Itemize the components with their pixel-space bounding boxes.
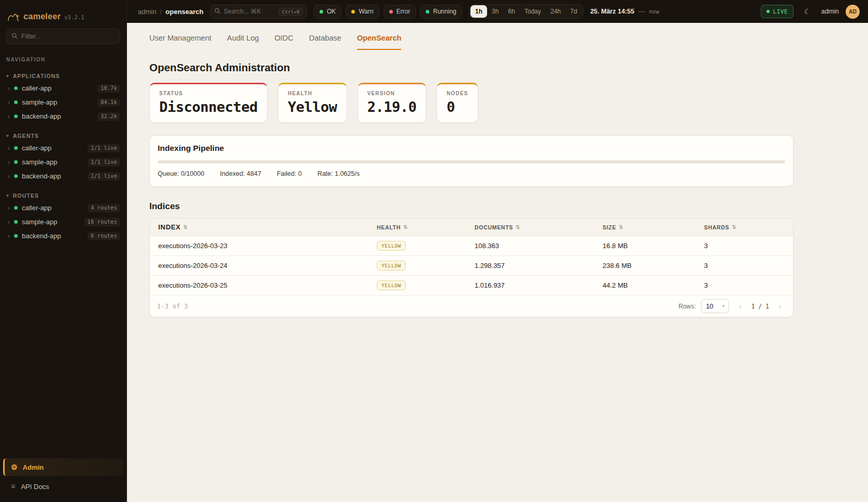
datetime-separator: — xyxy=(639,8,645,15)
sidebar-item-sample-app[interactable]: › sample-app 84.1k xyxy=(0,95,126,109)
indexing-pipeline-card: Indexing Pipeline Queue: 0/10000 Indexed… xyxy=(149,135,794,187)
sidebar-section-applications: ▾ APPLICATIONS › caller-app 10.7k › samp… xyxy=(0,71,126,123)
live-count-badge: 1/1 live xyxy=(87,158,120,166)
filter-input[interactable] xyxy=(21,33,115,40)
sidebar-footer: ⚙ Admin ≡ API Docs xyxy=(0,453,126,502)
sidebar-item-backend-app[interactable]: › backend-app 32.2k xyxy=(0,109,126,123)
section-header-applications[interactable]: ▾ APPLICATIONS xyxy=(0,71,126,81)
sidebar-item-caller-app[interactable]: › caller-app 10.7k xyxy=(0,81,126,95)
size-cell: 16.8 MB xyxy=(603,242,704,250)
next-page-button[interactable]: › xyxy=(774,301,786,312)
filter-chip-warn[interactable]: Warn xyxy=(346,5,379,19)
status-value: Disconnected xyxy=(159,99,258,115)
tab-bar: User Management Audit Log OIDC Database … xyxy=(149,34,868,50)
health-cell: YELLOW xyxy=(377,280,475,290)
chevron-right-icon: › xyxy=(8,159,10,165)
navigation-label: NAVIGATION xyxy=(6,57,120,62)
shortcut-badge: Ctrl+K xyxy=(279,8,303,16)
column-header-size[interactable]: SIZE ⇅ xyxy=(603,224,704,230)
health-badge: YELLOW xyxy=(377,241,406,251)
count-badge: 10.7k xyxy=(97,84,120,93)
sort-icon: ⇅ xyxy=(516,224,520,230)
app-root: cameleer v3.2.1 NAVIGATION ▾ APPLICATION… xyxy=(0,0,868,502)
prev-page-button[interactable]: ‹ xyxy=(734,301,746,312)
status-filter-chips: OK Warn Error Running xyxy=(314,5,462,19)
tab-audit-log[interactable]: Audit Log xyxy=(227,34,259,50)
sidebar-section-routes: ▾ ROUTES › caller-app 4 routes › sample-… xyxy=(0,190,126,243)
routes-count-badge: 4 routes xyxy=(87,204,120,212)
time-range-6h[interactable]: 6h xyxy=(503,5,519,18)
time-range-today[interactable]: Today xyxy=(520,5,546,18)
top-bar-right: LIVE ☾ admin AD xyxy=(761,5,860,19)
sidebar-item-api-docs[interactable]: ≡ API Docs xyxy=(3,478,123,495)
routes-count-badge: 6 routes xyxy=(87,232,120,240)
datetime-now: now xyxy=(649,8,659,15)
table-footer: 1-3 of 3 Rows: 10 ▾ ‹ 1 / 1 › xyxy=(150,295,793,317)
column-header-index[interactable]: INDEX ⇅ xyxy=(150,223,377,231)
tab-database[interactable]: Database xyxy=(309,34,341,50)
sidebar-item-caller-app-routes[interactable]: › caller-app 4 routes xyxy=(0,201,126,215)
documents-cell: 108.363 xyxy=(475,242,603,250)
indices-table: INDEX ⇅ HEALTH ⇅ DOCUMENTS ⇅ SIZE ⇅ xyxy=(149,218,794,317)
section-header-agents[interactable]: ▾ AGENTS xyxy=(0,131,126,141)
health-cell: YELLOW xyxy=(377,261,475,271)
sidebar-item-backend-app-agent[interactable]: › backend-app 1/1 live xyxy=(0,169,126,183)
error-dot xyxy=(389,10,393,14)
sidebar-item-backend-app-routes[interactable]: › backend-app 6 routes xyxy=(0,229,126,243)
avatar[interactable]: AD xyxy=(846,5,860,19)
section-label: APPLICATIONS xyxy=(13,73,60,79)
tab-opensearch[interactable]: OpenSearch xyxy=(357,34,401,50)
status-dot xyxy=(14,100,18,104)
health-value: Yellow xyxy=(288,99,337,115)
filter-chip-ok[interactable]: OK xyxy=(314,5,341,19)
column-header-health[interactable]: HEALTH ⇅ xyxy=(377,224,475,230)
theme-toggle[interactable]: ☾ xyxy=(800,5,814,19)
tab-user-management[interactable]: User Management xyxy=(149,34,211,50)
pipeline-title: Indexing Pipeline xyxy=(158,144,785,153)
breadcrumb-root[interactable]: admin xyxy=(138,8,156,16)
right-pane: admin / opensearch Ctrl+K OK xyxy=(127,0,868,502)
logo[interactable]: cameleer v3.2.1 xyxy=(0,0,126,21)
chevron-right-icon: › xyxy=(8,145,10,151)
ok-dot xyxy=(320,10,323,14)
time-range-24h[interactable]: 24h xyxy=(546,5,566,18)
chevron-right-icon: › xyxy=(8,233,10,239)
sidebar-item-caller-app-agent[interactable]: › caller-app 1/1 live xyxy=(0,141,126,155)
breadcrumb: admin / opensearch xyxy=(138,8,203,16)
live-badge[interactable]: LIVE xyxy=(761,5,794,18)
column-header-shards[interactable]: SHARDS ⇅ xyxy=(704,224,793,230)
app-version: v3.2.1 xyxy=(65,14,84,20)
breadcrumb-current: opensearch xyxy=(165,8,203,16)
status-dot xyxy=(14,234,18,238)
chevron-down-icon: ▾ xyxy=(6,133,9,138)
sidebar-item-admin[interactable]: ⚙ Admin xyxy=(3,458,123,476)
datetime-display[interactable]: 25. März 14:55 — now xyxy=(590,8,659,15)
live-dot xyxy=(767,10,770,13)
sort-icon: ⇅ xyxy=(619,224,623,230)
chevron-right-icon: › xyxy=(8,85,10,92)
search-icon xyxy=(214,7,221,16)
time-range-7d[interactable]: 7d xyxy=(566,5,582,18)
user-name[interactable]: admin xyxy=(821,8,839,15)
global-search[interactable]: Ctrl+K xyxy=(210,5,307,19)
chevron-down-icon: ▾ xyxy=(6,193,9,198)
time-range-1h[interactable]: 1h xyxy=(470,5,487,18)
search-input[interactable] xyxy=(224,8,276,15)
time-range-3h[interactable]: 3h xyxy=(487,5,503,18)
page-indicator: 1 / 1 xyxy=(751,303,769,310)
column-header-documents[interactable]: DOCUMENTS ⇅ xyxy=(475,224,603,230)
logo-icon xyxy=(7,11,20,23)
filter-chip-running[interactable]: Running xyxy=(420,5,462,19)
section-label: ROUTES xyxy=(13,192,39,199)
rows-per-page-select[interactable]: 10 ▾ xyxy=(701,299,729,313)
sidebar-filter xyxy=(6,29,120,44)
pipeline-progress-bar xyxy=(158,160,785,163)
filter-chip-error[interactable]: Error xyxy=(384,5,416,19)
sidebar-item-sample-app-agent[interactable]: › sample-app 1/1 live xyxy=(0,155,126,169)
sidebar-item-sample-app-routes[interactable]: › sample-app 16 routes xyxy=(0,215,126,229)
section-header-routes[interactable]: ▾ ROUTES xyxy=(0,190,126,201)
moon-icon: ☾ xyxy=(804,7,811,16)
health-cell: YELLOW xyxy=(377,241,475,251)
rows-per-page-label: Rows: xyxy=(679,303,696,310)
tab-oidc[interactable]: OIDC xyxy=(275,34,293,50)
